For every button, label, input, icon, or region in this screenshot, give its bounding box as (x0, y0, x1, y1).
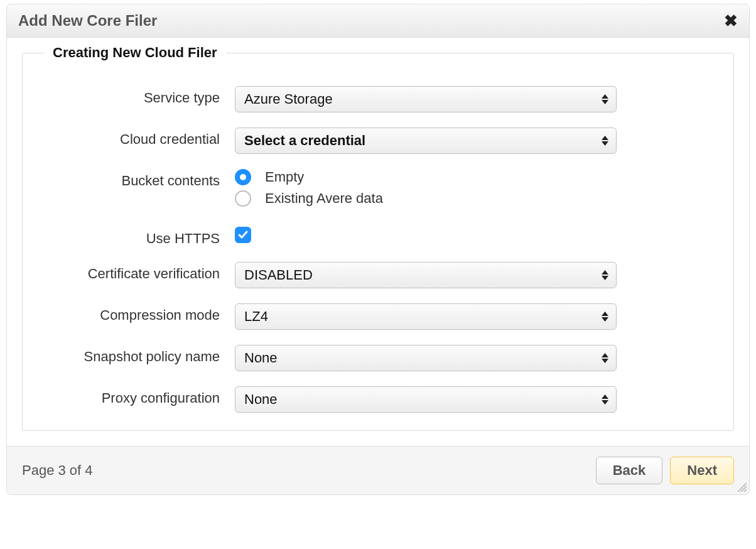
select-arrows-icon (602, 394, 608, 405)
bucket-existing-radio[interactable] (235, 190, 251, 207)
row-cert-verify: Certificate verification DISABLED (40, 262, 716, 288)
label-cert-verify: Certificate verification (40, 262, 235, 282)
row-cloud-credential: Cloud credential Select a credential (40, 128, 716, 154)
snapshot-select[interactable]: None (235, 345, 617, 371)
cert-verify-value: DISABLED (244, 267, 313, 283)
label-compression: Compression mode (40, 303, 235, 323)
bucket-existing-option: Existing Avere data (235, 190, 716, 207)
svg-marker-8 (602, 353, 608, 357)
select-arrows-icon (602, 353, 608, 363)
svg-marker-2 (602, 136, 608, 140)
dialog-footer: Page 3 of 4 Back Next (7, 446, 749, 494)
label-snapshot: Snapshot policy name (40, 345, 235, 365)
bucket-empty-label: Empty (265, 169, 304, 185)
label-bucket-contents: Bucket contents (40, 169, 235, 189)
bucket-existing-label: Existing Avere data (265, 190, 383, 207)
label-cloud-credential: Cloud credential (40, 128, 235, 148)
fieldset-legend: Creating New Cloud Filer (44, 45, 226, 61)
row-proxy: Proxy configuration None (40, 386, 716, 413)
service-type-select[interactable]: Azure Storage (235, 86, 617, 112)
cloud-credential-value: Select a credential (244, 133, 365, 149)
use-https-checkbox[interactable] (235, 227, 251, 243)
svg-line-14 (744, 489, 747, 492)
cloud-filer-fieldset: Creating New Cloud Filer Service type Az… (22, 53, 734, 431)
snapshot-value: None (244, 350, 278, 366)
select-arrows-icon (602, 94, 608, 104)
select-arrows-icon (602, 136, 608, 146)
add-core-filer-dialog: Add New Core Filer ✖ Creating New Cloud … (6, 4, 750, 495)
dialog-body: Creating New Cloud Filer Service type Az… (7, 38, 749, 446)
row-compression: Compression mode LZ4 (40, 303, 716, 330)
svg-marker-7 (602, 317, 608, 322)
compression-select[interactable]: LZ4 (235, 303, 617, 330)
label-service-type: Service type (40, 86, 235, 106)
select-arrows-icon (602, 312, 608, 322)
svg-marker-10 (602, 394, 608, 399)
svg-marker-1 (602, 100, 608, 104)
row-bucket-contents: Bucket contents Empty Existing Avere dat… (40, 169, 716, 212)
dialog-header: Add New Core Filer ✖ (7, 4, 749, 38)
cloud-credential-select[interactable]: Select a credential (235, 128, 617, 154)
svg-marker-11 (602, 400, 608, 405)
row-use-https: Use HTTPS (40, 227, 716, 247)
row-snapshot: Snapshot policy name None (40, 345, 716, 371)
svg-marker-6 (602, 312, 608, 316)
label-use-https: Use HTTPS (40, 227, 235, 247)
close-icon[interactable]: ✖ (724, 13, 738, 29)
svg-marker-0 (602, 94, 608, 99)
service-type-value: Azure Storage (244, 91, 333, 107)
label-proxy: Proxy configuration (40, 386, 235, 406)
compression-value: LZ4 (244, 308, 268, 325)
svg-marker-4 (602, 270, 608, 274)
proxy-value: None (244, 391, 278, 408)
svg-marker-5 (602, 276, 608, 280)
dialog-title: Add New Core Filer (18, 12, 157, 30)
proxy-select[interactable]: None (235, 386, 617, 413)
cert-verify-select[interactable]: DISABLED (235, 262, 617, 288)
select-arrows-icon (602, 270, 608, 280)
svg-marker-3 (602, 141, 608, 146)
bucket-empty-option: Empty (235, 169, 716, 185)
back-button[interactable]: Back (596, 457, 663, 484)
resize-grip-icon[interactable] (735, 481, 747, 492)
row-service-type: Service type Azure Storage (40, 86, 716, 112)
svg-marker-9 (602, 359, 608, 363)
next-button[interactable]: Next (670, 457, 734, 484)
page-indicator: Page 3 of 4 (22, 462, 93, 479)
bucket-empty-radio[interactable] (235, 169, 251, 185)
